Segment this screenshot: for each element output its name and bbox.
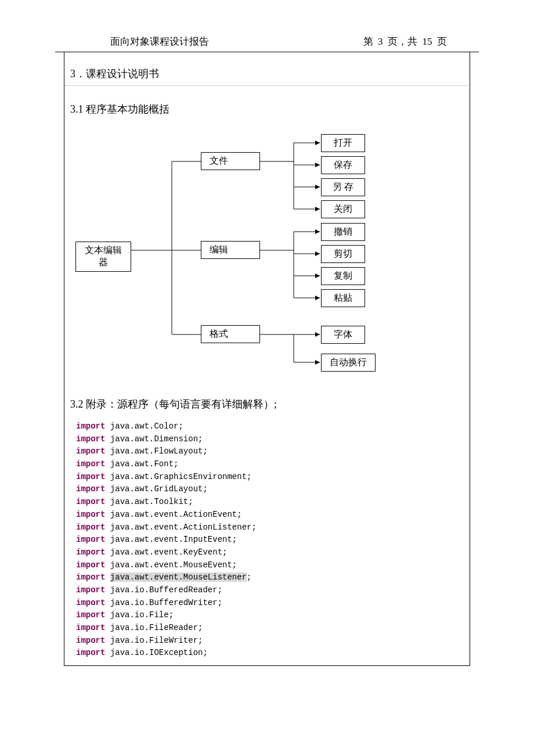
content-frame: 3．课程设计说明书 3.1 程序基本功能概括 <box>64 52 470 666</box>
code-line: import java.awt.event.MouseEvent; <box>76 559 470 572</box>
code-line: import java.awt.Font; <box>76 458 470 471</box>
code-line: import java.awt.Color; <box>76 420 470 433</box>
svg-marker-10 <box>315 163 320 167</box>
code-line: import java.awt.FlowLayout; <box>76 445 470 458</box>
dotted-separator <box>65 85 469 86</box>
code-line: import java.awt.event.ActionListener; <box>76 521 470 534</box>
node-cut: 剪切 <box>321 245 365 263</box>
node-file: 文件 <box>201 152 260 170</box>
svg-marker-28 <box>315 332 320 337</box>
section-3-1-title: 3.1 程序基本功能概括 <box>64 102 470 116</box>
code-line: import java.io.FileWriter; <box>76 635 470 647</box>
node-font: 字体 <box>321 326 365 344</box>
svg-marker-14 <box>315 207 320 211</box>
svg-marker-18 <box>315 229 320 234</box>
node-root: 文本编辑器 <box>75 242 131 272</box>
node-format: 格式 <box>201 325 260 343</box>
svg-marker-20 <box>315 251 320 256</box>
section-3-title: 3．课程设计说明书 <box>64 67 470 81</box>
doc-title: 面向对象课程设计报告 <box>110 35 209 48</box>
code-line: import java.io.BufferedWriter; <box>76 597 470 610</box>
node-edit: 编辑 <box>201 241 260 259</box>
function-diagram: 文本编辑器 文件 编辑 格式 打开 保存 另 存 关闭 撤销 剪切 复制 粘贴 … <box>70 125 470 381</box>
code-line: import java.awt.GraphicsEnvironment; <box>76 471 470 484</box>
svg-marker-22 <box>315 273 320 278</box>
code-line: import java.awt.event.MouseListener; <box>76 571 470 584</box>
node-saveas: 另 存 <box>321 178 365 196</box>
svg-marker-8 <box>315 141 320 145</box>
node-open: 打开 <box>321 134 365 152</box>
node-save: 保存 <box>321 156 365 174</box>
code-line: import java.awt.event.ActionEvent; <box>76 509 470 521</box>
code-line: import java.awt.Dimension; <box>76 433 470 446</box>
code-line: import java.io.BufferedReader; <box>76 584 470 597</box>
node-close: 关闭 <box>321 200 365 218</box>
pager: 第 3 页，共 15 页 <box>363 35 448 48</box>
page-header: 面向对象课程设计报告 第 3 页，共 15 页 <box>29 35 505 52</box>
code-line: import java.io.File; <box>76 609 470 622</box>
source-code: import java.awt.Color; import java.awt.D… <box>64 420 470 660</box>
node-copy: 复制 <box>321 267 365 285</box>
code-line: import java.awt.event.KeyEvent; <box>76 546 470 559</box>
node-undo: 撤销 <box>321 223 365 241</box>
svg-marker-30 <box>315 360 320 365</box>
code-line: import java.awt.Toolkit; <box>76 496 470 509</box>
code-line: import java.io.IOException; <box>76 647 470 660</box>
node-paste: 粘贴 <box>321 289 365 307</box>
code-line: import java.awt.GridLayout; <box>76 483 470 496</box>
code-line: import java.awt.event.InputEvent; <box>76 534 470 546</box>
code-line: import java.io.FileReader; <box>76 622 470 635</box>
svg-marker-24 <box>315 296 320 300</box>
section-3-2-title: 3.2 附录：源程序（每句语言要有详细解释）; <box>64 397 470 411</box>
node-wrap: 自动换行 <box>321 354 376 372</box>
svg-marker-12 <box>315 185 320 189</box>
